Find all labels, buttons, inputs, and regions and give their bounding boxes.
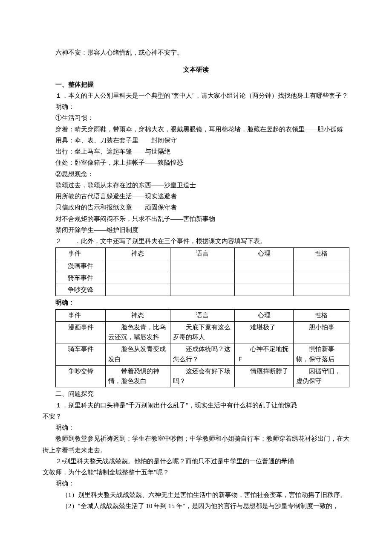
habit-1: 穿着：晴天穿雨鞋，带雨伞，穿棉大衣，眼戴黑眼镜，耳用棉花堵，脸藏在竖起的衣领里—… (43, 124, 349, 135)
cell-empty (235, 272, 294, 284)
th2-yuyan: 语言 (170, 309, 235, 321)
r1c4: 难堪极了 (235, 321, 294, 343)
th2-xingge: 性格 (294, 309, 349, 321)
table-row: 骑车事件 (56, 272, 349, 284)
cell-empty (235, 284, 294, 296)
sec2-a1: 教师到教堂参见祈祷迟到；学生在教室中吵闹；中学教师和小姐骑自行车；教师穿着绣花衬… (43, 433, 349, 456)
r3c1: 争吵交锋 (58, 366, 103, 376)
th-yuyan: 语言 (170, 248, 235, 260)
r1c5: 胆小怕事 (294, 321, 349, 343)
sec1-title: 一、整体把握 (43, 79, 349, 90)
th2-xinli: 心理 (235, 309, 294, 321)
r2c3: 还成体统吗？这怎么行？ (170, 343, 235, 366)
th-event: 事件 (58, 249, 103, 259)
sec2-q1b: 不安？ (43, 411, 349, 422)
cell-empty (170, 284, 235, 296)
table-row: 事件 神态 语言 心理 性格 (56, 309, 349, 321)
cell-empty (106, 260, 170, 272)
cell-empty (235, 260, 294, 272)
table-row: 漫画事件 (56, 260, 349, 272)
sec2-title: 二、问题探究 (43, 388, 349, 399)
intro-text: 六神不安：形容人心绪慌乱，或心神不安宁。 (43, 47, 349, 58)
sec2-q2a: ２•别里科夫整天战战兢兢。他怕的是什么呢？而他只不过是中学里的一位普通的希腊 (43, 456, 349, 467)
r3c2: 带着恐惧的神情，脸色发白 (106, 365, 170, 387)
table-blank: 事件 神态 语言 心理 性格 漫画事件 骑车事件 争吵交锋 (55, 247, 349, 296)
sec1-q2: ２ ．此外，文中还写了别里科夫在三个事件，根据课文内容填写下表。 (43, 235, 349, 247)
sec1-q1: １．本文的主人公别里科夫是一个典型的"套中人"，请大家小组讨论（两分钟）找找他身… (43, 90, 349, 101)
r2c1: 骑车事件 (58, 344, 103, 354)
sec2-mingque2: 明确： (43, 478, 349, 489)
idea-label: ②思想观念： (43, 169, 349, 180)
idea-2: 用所教的古代语言躲避生活——现实逃避者 (43, 191, 349, 202)
r2c2: 脸色从发青变成发白 (106, 343, 170, 366)
sec2-mingque: 明确： (43, 422, 349, 433)
th-xingge: 性格 (294, 248, 349, 260)
habit-label: ①生活习惯： (43, 112, 349, 123)
habit-4: 住处：卧室像箱子，床上挂帐子——狭隘惶恐 (43, 157, 349, 168)
cell-empty (170, 260, 235, 272)
idea-3: 只信政府的告示和报纸文章——顽固保守者 (43, 202, 349, 213)
cell-empty (106, 272, 170, 284)
cell-empty (294, 260, 349, 272)
table-row: 争吵交锋 (56, 284, 349, 296)
heading-research: 文本研读 (43, 64, 349, 75)
habit-3: 出行：坐上马车、遮起车篷——与世隔绝 (43, 146, 349, 157)
r2c4: 心神不定地抚Ｆ (235, 343, 294, 366)
table-row: 争吵交锋 带着恐惧的神情，脸色发白 这还会有好下场吗？ 情愿摔断脖子 因循守旧，… (56, 365, 349, 387)
th2-shentai: 神态 (106, 309, 170, 321)
r1c3: 天底下竟有这么歹毒的坏人 (170, 321, 235, 343)
idea-4: 对不合规矩的事闷闷不乐，只求不出乱子——害怕新事物 (43, 213, 349, 224)
cell-empty (294, 272, 349, 284)
idea-5: 禁闭开除学生——维护旧制度 (43, 224, 349, 235)
th-shentai: 神态 (106, 248, 170, 260)
table-row: 骑车事件 脸色从发青变成发白 还成体统吗？这怎么行？ 心神不定地抚Ｆ 惧怕新事物… (56, 343, 349, 366)
table-row: 事件 神态 语言 心理 性格 (56, 248, 349, 260)
table-answers: 事件 神态 语言 心理 性格 漫画事件 脸色发青，比乌云还沉，嘴唇发抖 天底下竟… (55, 309, 349, 388)
th-xinli: 心理 (235, 248, 294, 260)
sec2-a2-1: （1）别里科夫整天战战兢兢、六神无主是害怕生活中的新事物，害怕社会变革，害怕动摇… (43, 489, 349, 500)
r1c1: 漫画事件 (58, 323, 103, 332)
cell-event-3: 争吵交锋 (56, 284, 106, 296)
cell-event-1: 漫画事件 (56, 260, 106, 272)
cell-empty (294, 284, 349, 296)
table-row: 漫画事件 脸色发青，比乌云还沉，嘴唇发抖 天底下竟有这么歹毒的坏人 难堪极了 胆… (56, 321, 349, 343)
habit-2: 用具：伞、表、刀装在套子里——封闭保守 (43, 135, 349, 146)
r3c3: 这还会有好下场吗？ (170, 365, 235, 387)
sec1-mingque: 明确： (43, 101, 349, 112)
th2-event: 事件 (58, 311, 103, 320)
sec2-q1a: １．别里科夫的口头禅是"千万别闹出什么乱子"，现实生活中有什么样的乱子让他惊恐 (43, 400, 349, 411)
sec2-a2-2: （2）"全城人战战兢兢生活了 10 年到 15 年"，是因为他的言行与思想都是与… (43, 500, 349, 511)
r2c5: 惧怕新事物，保守落后 (294, 343, 349, 366)
idea-1: 歌颂过去，歌颂从未存在过的东西——沙皇卫道士 (43, 180, 349, 191)
cell-empty (106, 284, 170, 296)
r3c4: 情愿摔断脖子 (235, 365, 294, 387)
cell-event-2: 骑车事件 (56, 272, 106, 284)
mingque-2: 明确： (43, 297, 349, 308)
sec2-q2b: 文教师，为什么能"辖制全城整整十五年"呢？ (43, 467, 349, 478)
cell-empty (170, 272, 235, 284)
r1c2: 脸色发青，比乌云还沉，嘴唇发抖 (106, 321, 170, 343)
r3c5: 因循守旧，虚伪保守 (294, 365, 349, 387)
